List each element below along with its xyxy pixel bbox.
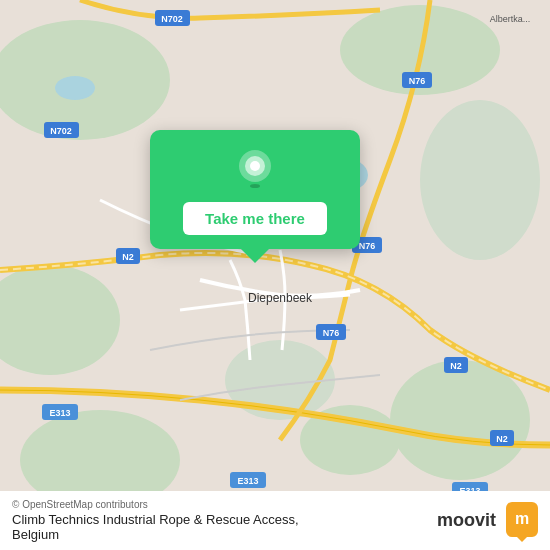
svg-text:N76: N76 (323, 328, 340, 338)
svg-text:N2: N2 (496, 434, 508, 444)
moovit-icon: m (506, 505, 538, 537)
location-pin-icon (233, 148, 277, 192)
svg-text:N76: N76 (359, 241, 376, 251)
popup-card: Take me there (150, 130, 360, 249)
bottom-left-info: © OpenStreetMap contributors Climb Techn… (12, 499, 299, 542)
moovit-text: moovit (437, 510, 496, 531)
copyright-text: © OpenStreetMap contributors (12, 499, 299, 510)
svg-text:Diepenbeek: Diepenbeek (248, 291, 313, 305)
svg-text:N76: N76 (409, 76, 426, 86)
svg-text:N2: N2 (122, 252, 134, 262)
take-me-there-button[interactable]: Take me there (183, 202, 327, 235)
moovit-logo: moovit m (437, 505, 538, 537)
bottom-bar: © OpenStreetMap contributors Climb Techn… (0, 491, 550, 550)
svg-point-37 (250, 161, 260, 171)
location-country: Belgium (12, 527, 299, 542)
map-roads-svg: N702 N702 N76 N76 N76 N2 N2 N2 E313 E313… (0, 0, 550, 550)
svg-text:E313: E313 (237, 476, 258, 486)
svg-text:N2: N2 (450, 361, 462, 371)
svg-point-3 (420, 100, 540, 260)
map-container: N702 N702 N76 N76 N76 N2 N2 N2 E313 E313… (0, 0, 550, 550)
svg-point-10 (55, 76, 95, 100)
svg-text:N702: N702 (161, 14, 183, 24)
svg-text:m: m (515, 510, 529, 527)
svg-text:E313: E313 (49, 408, 70, 418)
location-name: Climb Technics Industrial Rope & Rescue … (12, 512, 299, 527)
svg-text:N702: N702 (50, 126, 72, 136)
svg-marker-41 (514, 532, 530, 540)
svg-point-6 (390, 360, 530, 480)
svg-point-38 (250, 184, 260, 188)
svg-text:Albertka...: Albertka... (490, 14, 531, 24)
